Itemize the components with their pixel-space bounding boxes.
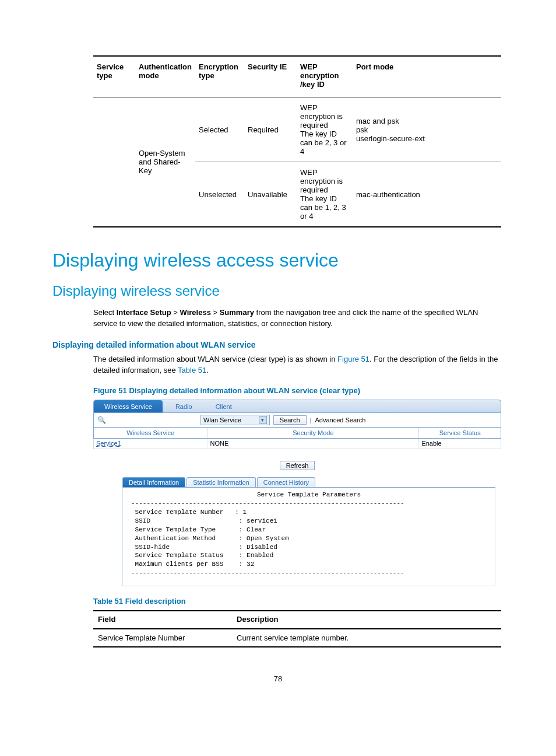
cell-mode: NONE <box>207 439 419 449</box>
cell-service-type <box>93 97 135 228</box>
breadcrumb-summary: Summary <box>220 308 254 317</box>
subtab-detail[interactable]: Detail Information <box>122 477 185 487</box>
breadcrumb-interface-setup: Interface Setup <box>117 308 171 317</box>
search-icon: 🔍 <box>97 416 106 424</box>
detail-body: ----------------------------------------… <box>122 499 495 586</box>
config-table: Service type Authentication mode Encrypt… <box>93 55 501 228</box>
page-number: 78 <box>52 674 504 683</box>
minor-heading: Displaying detailed information about WL… <box>52 340 504 349</box>
table-caption: Table 51 Field description <box>93 597 504 606</box>
cell-enc-0: Selected <box>195 97 244 162</box>
th-port-mode: Port mode <box>353 56 501 97</box>
heading-1: Displaying wireless access service <box>52 250 504 271</box>
advanced-search-link[interactable]: Advanced Search <box>315 416 366 424</box>
subtab-history[interactable]: Connect History <box>257 477 315 487</box>
th-service-type: Service type <box>93 56 135 97</box>
detail-box: Detail Information Statistic Information… <box>122 477 495 586</box>
heading-2: Displaying wireless service <box>52 283 504 299</box>
subtab-statistic[interactable]: Statistic Information <box>186 477 256 487</box>
col-security-mode: Security Mode <box>207 428 419 438</box>
cell-wep-0: WEP encryption is required The key ID ca… <box>297 97 353 162</box>
table-link[interactable]: Table 51 <box>178 366 206 374</box>
search-button[interactable]: Search <box>273 415 307 425</box>
list-header: Wireless Service Security Mode Service S… <box>93 428 501 439</box>
tab-client[interactable]: Client <box>205 400 242 412</box>
cell-secie-0: Required <box>244 97 297 162</box>
th-security-ie: Security IE <box>244 56 297 97</box>
cell-port-0: mac and psk psk userlogin-secure-ext <box>353 97 501 162</box>
th-wep: WEP encryption /key ID <box>297 56 353 97</box>
breadcrumb-wireless: Wireless <box>180 308 211 317</box>
col-wireless-service: Wireless Service <box>94 428 207 438</box>
refresh-button[interactable]: Refresh <box>280 461 315 470</box>
th-description: Description <box>232 611 501 629</box>
cell-secie-1: Unavailable <box>244 162 297 228</box>
list-row: Service1 NONE Enable <box>93 439 501 449</box>
th-auth-mode: Authentication mode <box>135 56 195 97</box>
top-tabbar: Wireless Service Radio Client <box>93 400 501 412</box>
th-field: Field <box>93 611 232 629</box>
td-desc-0: Current service template number. <box>232 629 501 647</box>
service-link[interactable]: Service1 <box>96 440 121 447</box>
tab-wireless-service[interactable]: Wireless Service <box>94 400 163 412</box>
cell-port-1: mac-authentication <box>353 162 501 228</box>
dropdown-value: Wlan Service <box>203 416 241 424</box>
cell-status: Enable <box>419 439 501 449</box>
col-service-status: Service Status <box>419 428 501 438</box>
cell-enc-1: Unselected <box>195 162 244 228</box>
ui-screenshot: Wireless Service Radio Client 🔍 Wlan Ser… <box>93 400 501 586</box>
detail-title: Service Template Parameters <box>122 488 495 499</box>
sub-tabbar: Detail Information Statistic Information… <box>122 477 495 488</box>
td-field-0: Service Template Number <box>93 629 232 647</box>
search-bar: 🔍 Wlan Service ▾ Search | Advanced Searc… <box>93 412 501 428</box>
cell-wep-1: WEP encryption is required The key ID ca… <box>297 162 353 228</box>
search-input[interactable] <box>110 416 197 424</box>
figure-caption: Figure 51 Displaying detailed informatio… <box>93 386 504 395</box>
filter-dropdown[interactable]: Wlan Service ▾ <box>200 415 270 425</box>
cell-auth-mode: Open-System and Shared-Key <box>135 97 195 228</box>
figure-link[interactable]: Figure 51 <box>337 355 370 363</box>
chevron-down-icon: ▾ <box>259 416 267 424</box>
tab-radio[interactable]: Radio <box>165 400 203 412</box>
th-enc-type: Encryption type <box>195 56 244 97</box>
nav-paragraph: Select Interface Setup > Wireless > Summ… <box>93 307 504 330</box>
field-description-table: Field Description Service Template Numbe… <box>93 610 501 648</box>
detail-paragraph: The detailed information about WLAN serv… <box>93 354 504 376</box>
